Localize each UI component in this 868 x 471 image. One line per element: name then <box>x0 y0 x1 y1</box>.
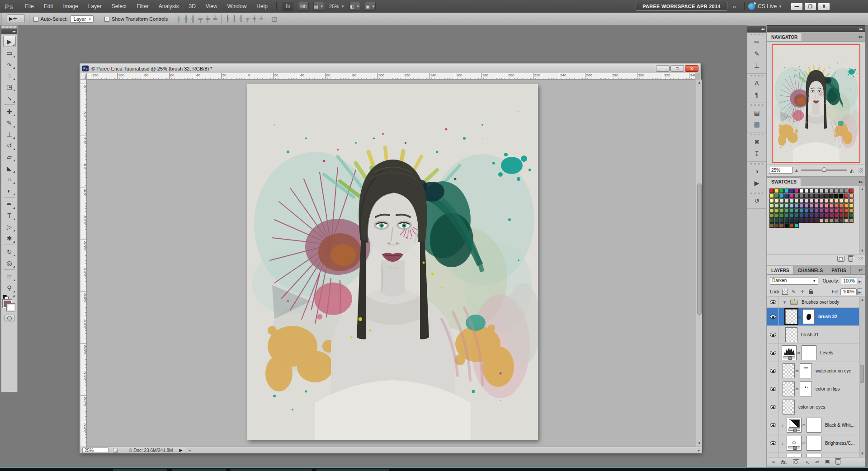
eye-icon[interactable] <box>770 405 776 409</box>
layer-thumbnail[interactable] <box>785 309 797 324</box>
color-swatch[interactable] <box>849 193 854 198</box>
color-swatch[interactable] <box>834 218 839 223</box>
clone-source-panel-icon[interactable]: ⊥ <box>750 60 764 71</box>
distribute-button-1[interactable]: ┃ <box>232 15 236 22</box>
eraser-tool[interactable]: ▱ <box>3 151 16 162</box>
color-swatch[interactable] <box>769 223 774 228</box>
color-swatch[interactable] <box>804 208 809 213</box>
layer-mask-thumbnail[interactable] <box>800 363 812 378</box>
spot-healing-brush-tool[interactable]: ✚ <box>3 106 16 117</box>
status-options-arrow[interactable]: ▶ <box>179 448 182 452</box>
lock-pixels-icon[interactable]: ✎ <box>791 289 797 295</box>
menu-edit[interactable]: Edit <box>39 0 58 13</box>
lasso-tool[interactable]: ∿ <box>3 58 16 70</box>
doc-minimize-button[interactable]: — <box>656 65 670 72</box>
layer-row[interactable]: color on eyes <box>767 398 865 416</box>
tools-collapse-button[interactable]: ▸▸ <box>1 28 17 34</box>
quick-selection-tool[interactable]: ◌ <box>3 70 16 81</box>
color-swatch[interactable] <box>784 198 789 203</box>
color-swatch[interactable] <box>784 223 789 228</box>
color-swatch[interactable] <box>774 188 779 193</box>
color-swatch[interactable] <box>794 208 799 213</box>
color-swatch[interactable] <box>844 203 849 208</box>
color-swatch[interactable] <box>784 188 789 193</box>
menu-image[interactable]: Image <box>58 0 83 13</box>
color-swatch[interactable] <box>794 198 799 203</box>
color-swatch[interactable] <box>844 198 849 203</box>
color-swatch[interactable] <box>774 193 779 198</box>
color-swatch[interactable] <box>804 203 809 208</box>
tab-swatches[interactable]: SWATCHES <box>767 177 801 186</box>
resize-grip[interactable] <box>859 257 863 261</box>
app-close-button[interactable]: X <box>818 3 830 10</box>
eye-icon[interactable] <box>770 441 776 445</box>
history-panel-icon[interactable]: ↺ <box>750 195 764 207</box>
layer-mask-thumbnail[interactable] <box>807 454 821 457</box>
navigator-zoom-field[interactable]: 25% <box>769 167 793 174</box>
delete-layer-icon[interactable] <box>835 459 840 465</box>
opacity-field[interactable]: 100% <box>841 278 857 284</box>
history-brush-tool[interactable]: ↺ <box>3 140 16 151</box>
layer-mask-thumbnail[interactable] <box>802 309 815 324</box>
mini-bridge-button[interactable]: Mb <box>298 2 309 11</box>
color-swatch[interactable] <box>834 208 839 213</box>
swatches-scrollbar[interactable]: ▲ ▼ <box>859 186 865 254</box>
color-swatch[interactable] <box>774 208 779 213</box>
scroll-up-arrow[interactable]: ▲ <box>696 80 703 86</box>
color-swatch[interactable] <box>779 188 784 193</box>
auto-select-checkbox[interactable]: Auto-Select: <box>33 16 68 22</box>
layer-row[interactable]: ↓8Levels <box>767 452 865 457</box>
color-swatch[interactable] <box>814 208 819 213</box>
layer-mask-thumbnail[interactable] <box>807 436 821 451</box>
color-swatch[interactable] <box>839 208 844 213</box>
lock-all-icon[interactable] <box>809 291 813 294</box>
scroll-down-arrow[interactable]: ▼ <box>696 440 703 447</box>
color-swatch[interactable] <box>839 193 844 198</box>
panel-menu-icon[interactable]: ▾≡ <box>856 178 865 186</box>
color-swatch[interactable] <box>819 188 824 193</box>
color-swatch[interactable] <box>824 203 829 208</box>
color-swatch[interactable] <box>779 223 784 228</box>
align-button-4[interactable]: ╪ <box>206 15 210 22</box>
align-button-2[interactable]: ╢ <box>191 15 195 22</box>
layer-mask-thumbnail[interactable] <box>802 345 816 360</box>
color-swatch[interactable] <box>834 203 839 208</box>
layer-row[interactable]: 8Levels <box>767 344 865 362</box>
opacity-spinner[interactable]: ▶ <box>858 278 862 284</box>
lock-position-icon[interactable]: ✛ <box>799 289 805 295</box>
tool-preset-picker[interactable]: ▶✛▼ <box>7 14 25 23</box>
color-swatch[interactable] <box>824 218 829 223</box>
zoom-tool[interactable]: ⚲ <box>3 282 16 293</box>
color-swatch[interactable] <box>779 193 784 198</box>
color-swatch[interactable] <box>829 213 834 218</box>
delete-swatch-button[interactable] <box>848 256 853 262</box>
slider-thumb[interactable] <box>822 167 826 172</box>
navigator-proxy-view[interactable] <box>772 44 860 163</box>
color-swatch[interactable] <box>849 188 854 193</box>
color-swatch[interactable] <box>829 193 834 198</box>
scroll-down-arrow[interactable]: ▼ <box>859 248 865 254</box>
color-swatch[interactable] <box>769 198 774 203</box>
layer-row[interactable]: 8watercolor on eye <box>767 362 865 380</box>
color-swatch[interactable] <box>809 213 814 218</box>
eye-icon[interactable] <box>770 369 776 373</box>
color-swatch[interactable] <box>849 218 854 223</box>
menu-view[interactable]: View <box>201 0 222 13</box>
distribute-button-5[interactable]: ┷ <box>259 15 263 22</box>
color-swatch[interactable] <box>819 208 824 213</box>
color-swatch[interactable] <box>809 188 814 193</box>
eyedropper-tool[interactable]: ↘ <box>3 92 16 104</box>
color-swatch[interactable] <box>814 213 819 218</box>
tab-navigator[interactable]: NAVIGATOR <box>767 33 802 41</box>
eye-icon[interactable] <box>770 315 776 319</box>
arrange-documents-button[interactable]: ◧▼ <box>349 2 360 11</box>
color-swatch[interactable] <box>789 213 794 218</box>
zoom-in-icon[interactable]: ◭ <box>850 167 854 174</box>
color-swatch[interactable] <box>779 218 784 223</box>
color-swatch[interactable] <box>844 218 849 223</box>
layer-comps-panel-icon[interactable]: ▤ <box>750 107 764 118</box>
color-swatch[interactable] <box>829 188 834 193</box>
color-swatch[interactable] <box>779 203 784 208</box>
move-tool[interactable]: ▶ <box>3 36 16 47</box>
adjustment-thumbnail[interactable] <box>787 454 802 457</box>
